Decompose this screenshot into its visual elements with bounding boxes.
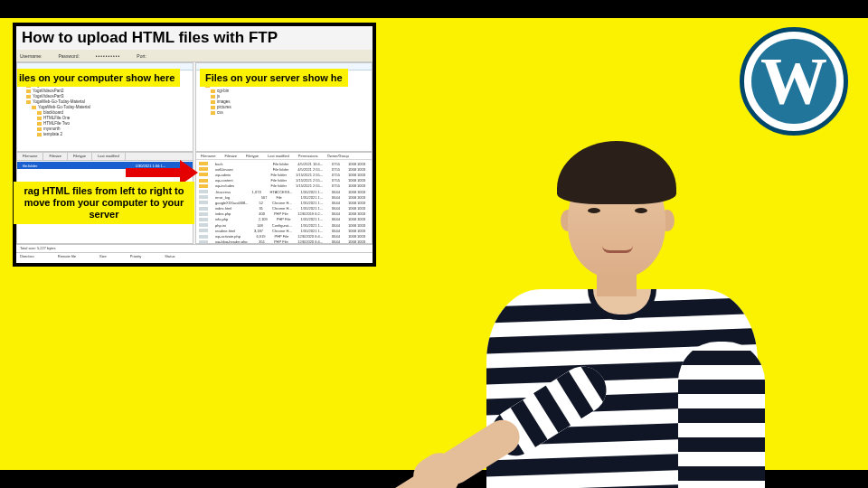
folder-icon [26, 89, 31, 93]
file-row[interactable]: index.php400PHP File12/6/2019 6:2...0644… [198, 211, 370, 217]
folder-icon [37, 111, 42, 115]
drag-instruction: rag HTML files from left to right to mov… [14, 182, 194, 224]
file-row[interactable]: wp-blog-header.php351PHP File12/6/2020 6… [198, 239, 370, 244]
file-row[interactable]: info.php2,109PHP File1/31/2021 1...06441… [198, 217, 370, 222]
wordpress-logo-letter: W [751, 39, 836, 124]
file-row[interactable]: well-knownFile folder4/5/2021 2:55...075… [198, 166, 370, 172]
folder-icon [37, 127, 42, 131]
file-icon [199, 218, 208, 221]
pointing-finger [389, 473, 426, 488]
remote-pane: Files on your server show he /cgi-binjsi… [195, 62, 373, 152]
toolbar-password-label: Password: [58, 53, 79, 59]
folder-icon [211, 111, 215, 115]
file-icon [199, 212, 208, 216]
file-icon [199, 229, 208, 232]
col: Permissions [294, 153, 323, 159]
q-col: Priority [130, 254, 141, 262]
status-bar-2: Direction Remote file Size Priority Stat… [16, 252, 373, 263]
col: Filetype [68, 153, 92, 160]
file-icon [199, 223, 208, 227]
folder-icon [211, 100, 215, 104]
remote-rows: backFile folder4/5/2021 10:4...07551068 … [196, 160, 372, 244]
local-pane-label: iles on your computer show here [16, 69, 180, 87]
folder-icon [199, 173, 208, 176]
toolbar-username-label: Username: [20, 53, 42, 59]
folder-icon [37, 122, 42, 126]
col: Filename [196, 153, 220, 159]
remote-pane-label: Files on your server show he [200, 69, 348, 87]
local-file-list: Filename Filesize Filetype Last modified… [16, 152, 193, 244]
file-icon [199, 195, 208, 199]
file-row[interactable]: wp-includesFile folder1/15/2021 2:55...0… [198, 183, 370, 189]
folder-icon [32, 106, 36, 109]
ftp-toolbar: Username: Password: •••••••••• Port: [16, 50, 373, 62]
remote-columns: Filename Filesize Filetype Last modified… [196, 153, 372, 160]
folder-icon [37, 133, 42, 136]
panel-title: How to upload HTML files with FTP [16, 26, 373, 50]
folder-icon [199, 167, 208, 171]
tree-item[interactable]: css [205, 110, 366, 116]
tree-item[interactable]: template 2 [26, 132, 187, 137]
file-icon [199, 235, 208, 239]
sel-name: file.folder [23, 164, 37, 168]
local-pane: iles on your computer show here YogaVide… [16, 62, 193, 152]
file-row[interactable]: wp-contentFile folder1/15/2021 2:55...07… [198, 178, 370, 183]
file-icon [199, 190, 208, 193]
remote-file-list: Filename Filesize Filetype Last modified… [195, 152, 373, 244]
file-icon [199, 240, 208, 244]
folder-icon [211, 95, 215, 99]
local-columns: Filename Filesize Filetype Last modified [17, 153, 193, 161]
folder-icon [211, 106, 215, 109]
col: Filetype [241, 153, 263, 159]
person-illustration [378, 108, 758, 488]
col: Owner/Group [323, 153, 354, 159]
file-row[interactable]: readme.html3,187Chrome H...1/31/2021 1..… [198, 228, 370, 233]
status-bar-1: Total size: 5,227 bytes [16, 244, 373, 252]
file-row[interactable]: backFile folder4/5/2021 10:4...07551068 … [198, 161, 370, 166]
file-row[interactable]: .htaccess1,073HTACCESS...1/31/2021 1...0… [198, 189, 370, 194]
folder-icon [26, 100, 31, 104]
col: Last modified [92, 153, 126, 160]
col: Filesize [220, 153, 241, 159]
file-row[interactable]: wp-activate.php6,919PHP File12/6/2020 6:… [198, 233, 370, 239]
toolbar-password-mask: •••••••••• [96, 53, 121, 59]
file-row[interactable]: error_log567File1/31/2021 1...06441068 1… [198, 194, 370, 200]
q-col: Size [99, 254, 107, 262]
q-col: Remote file [58, 254, 76, 262]
letterbox-top [0, 0, 868, 18]
file-row[interactable]: php.ini148Configurat...1/31/2021 1...064… [198, 222, 370, 228]
red-arrow [126, 164, 198, 182]
folder-icon [199, 184, 208, 188]
q-col: Direction [20, 254, 34, 262]
toolbar-port-label: Port: [137, 53, 146, 59]
file-icon [199, 201, 208, 204]
file-row[interactable]: index.html31Chrome H...1/31/2021 1...064… [198, 206, 370, 211]
ftp-panes: iles on your computer show here YogaVide… [16, 62, 373, 152]
q-col: Status [165, 254, 175, 262]
file-row[interactable]: wp-adminFile folder1/15/2021 2:55...0755… [198, 172, 370, 177]
folder-icon [199, 162, 208, 165]
folder-icon [37, 117, 42, 120]
folder-icon [26, 95, 31, 99]
folder-icon [199, 179, 208, 183]
col: Filename [17, 153, 43, 160]
folder-icon [211, 89, 215, 93]
file-row[interactable]: googleXXXacd468...52Chrome H...1/31/2021… [198, 200, 370, 205]
col: Last modified [263, 153, 294, 159]
ftp-screenshot-panel: How to upload HTML files with FTP Userna… [13, 23, 376, 267]
person-right-arm [678, 342, 765, 488]
col: Filesize [43, 153, 68, 160]
file-icon [199, 207, 208, 211]
ftp-lower: Filename Filesize Filetype Last modified… [16, 152, 373, 244]
